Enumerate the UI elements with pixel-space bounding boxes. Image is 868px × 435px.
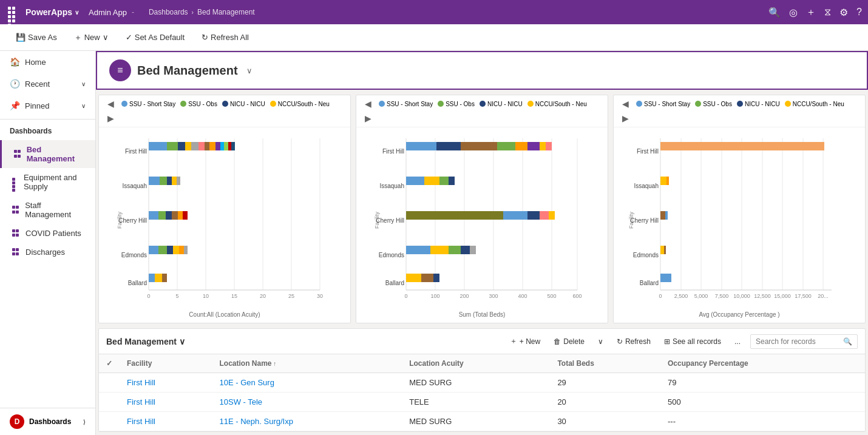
sidebar-item-home[interactable]: 🏠 Home: [0, 51, 95, 73]
trash-icon: 🗑: [554, 337, 561, 346]
page-title-chevron-icon[interactable]: ∨: [246, 66, 253, 75]
svg-rect-17: [191, 142, 198, 150]
svg-text:Issaquah: Issaquah: [122, 183, 147, 189]
add-icon[interactable]: ＋: [806, 6, 816, 19]
recent-icon: 🕐: [10, 79, 20, 89]
user-avatar: D: [10, 414, 24, 429]
new-button[interactable]: ＋ New ∨: [68, 29, 115, 46]
breadcrumb-dashboards[interactable]: Dashboards: [149, 8, 188, 16]
svg-text:17,500: 17,500: [795, 293, 812, 299]
svg-rect-91: [433, 274, 439, 282]
chart-sum-total-beds: ◀ SSU - Short Stay SSU - Obs NICU - NICU: [356, 95, 608, 323]
chart2-prev-button[interactable]: ◀: [362, 99, 374, 109]
help-icon[interactable]: ?: [856, 7, 862, 18]
chart1-prev-button[interactable]: ◀: [105, 99, 117, 109]
th-location-acuity[interactable]: Location Acuity: [402, 354, 550, 373]
waffle-menu[interactable]: [6, 5, 21, 19]
table-new-button[interactable]: ＋ + New: [506, 334, 544, 349]
svg-rect-70: [497, 142, 515, 150]
svg-rect-116: [660, 177, 666, 185]
svg-rect-28: [167, 177, 172, 185]
sidebar-bottom-dashboards[interactable]: D Dashboards ⟩: [0, 408, 95, 435]
save-icon: 💾: [16, 33, 25, 42]
chart2-next-button[interactable]: ▶: [362, 113, 374, 123]
sidebar-item-discharges[interactable]: Discharges: [0, 243, 95, 261]
svg-rect-44: [155, 274, 162, 282]
table-see-all-button[interactable]: ⊞ See all records: [660, 335, 725, 348]
set-as-default-button[interactable]: ✓ Set As Default: [120, 30, 191, 45]
table-title[interactable]: Bed Management ∨: [106, 337, 185, 346]
svg-text:300: 300: [489, 293, 498, 299]
th-occupancy-pct[interactable]: Occupancy Percentage: [660, 354, 865, 373]
sidebar-item-recent[interactable]: 🕐 Recent ∨: [0, 73, 95, 95]
svg-text:Edmonds: Edmonds: [121, 252, 147, 258]
sidebar-item-covid-patients[interactable]: COVID Patients: [0, 224, 95, 243]
table-more-button[interactable]: ...: [731, 335, 744, 348]
legend3-nccu: NCCU/South - Neu: [785, 101, 844, 107]
svg-rect-84: [406, 246, 430, 254]
svg-rect-68: [436, 142, 461, 150]
nav-right: 🔍 ◎ ＋ ⧖ ⚙ ?: [768, 6, 862, 19]
row1-total-beds: 29: [550, 373, 660, 393]
svg-text:15,000: 15,000: [774, 293, 791, 299]
settings-icon[interactable]: ⚙: [839, 7, 848, 18]
refresh-all-button[interactable]: ↻ Refresh All: [195, 30, 255, 45]
row3-location-name[interactable]: 11E - Neph. Surg/Ixp: [212, 412, 402, 431]
svg-text:10: 10: [203, 293, 209, 299]
table-chevron-button[interactable]: ∨: [594, 335, 607, 348]
new-icon: ＋: [74, 32, 82, 43]
legend-dot-ssu-obs: [180, 101, 186, 107]
sidebar-item-staff-management[interactable]: Staff Management: [0, 196, 95, 224]
svg-rect-117: [666, 177, 669, 185]
sidebar-bottom-expand-icon: ⟩: [83, 419, 86, 425]
chart3-body: First Hill Issaquah Cherry Hill Edmonds …: [614, 127, 865, 323]
svg-rect-15: [178, 142, 185, 150]
legend-ssu-obs: SSU - Obs: [180, 101, 217, 107]
search-input[interactable]: [756, 337, 841, 346]
sidebar-item-pinned[interactable]: 📌 Pinned ∨: [0, 95, 95, 116]
pinned-chevron-icon: ∨: [81, 103, 86, 109]
th-total-beds[interactable]: Total Beds: [550, 354, 660, 373]
row2-facility[interactable]: First Hill: [120, 393, 212, 412]
th-location-name[interactable]: Location Name: [212, 354, 402, 373]
th-facility[interactable]: Facility: [120, 354, 212, 373]
row1-facility[interactable]: First Hill: [120, 373, 212, 393]
row3-occupancy-pct: ---: [660, 412, 865, 431]
nav-left: PowerApps ∨ Admin App - Dashboards › Bed…: [6, 5, 764, 19]
row1-occupancy-pct: 79: [660, 373, 865, 393]
th-check[interactable]: ✓: [99, 354, 120, 373]
table-refresh-button[interactable]: ↻ Refresh: [613, 335, 654, 348]
sidebar: 🏠 Home 🕐 Recent ∨ 📌 Pinned ∨ Dashboards …: [0, 51, 96, 435]
row1-location-name[interactable]: 10E - Gen Surg: [212, 373, 402, 393]
svg-text:First Hill: First Hill: [382, 148, 404, 155]
row2-location-name[interactable]: 10SW - Tele: [212, 393, 402, 412]
row3-check: [99, 412, 120, 431]
powerapps-logo[interactable]: PowerApps ∨: [25, 7, 79, 17]
new-chevron-icon: ∨: [103, 33, 109, 42]
table-container: ✓ Facility Location Name Location Acuity…: [99, 354, 865, 431]
svg-rect-20: [209, 142, 215, 150]
svg-rect-69: [461, 142, 497, 150]
filter-icon[interactable]: ⧖: [824, 7, 831, 18]
chart3-prev-button[interactable]: ◀: [620, 99, 631, 109]
svg-rect-21: [215, 142, 220, 150]
page-title: Bed Management: [137, 64, 238, 78]
table-delete-button[interactable]: 🗑 Delete: [550, 335, 588, 348]
chart1-next-button[interactable]: ▶: [105, 113, 117, 123]
svg-rect-35: [178, 211, 183, 220]
save-as-button[interactable]: 💾 Save As: [10, 30, 63, 45]
breadcrumb-bed-management: Bed Management: [197, 8, 255, 16]
target-icon[interactable]: ◎: [789, 7, 798, 18]
sidebar-item-equipment-supply[interactable]: Equipment and Supply: [0, 168, 95, 196]
svg-rect-90: [421, 274, 433, 282]
legend2-nicu: NICU - NICU: [480, 101, 523, 107]
svg-rect-88: [470, 246, 476, 254]
legend-ssu-short-stay: SSU - Short Stay: [121, 101, 175, 107]
row3-facility[interactable]: First Hill: [120, 412, 212, 431]
table-search[interactable]: 🔍: [750, 334, 858, 349]
row3-location-acuity: MED SURG: [402, 412, 550, 431]
chart3-next-button[interactable]: ▶: [620, 113, 631, 123]
search-icon[interactable]: 🔍: [768, 7, 781, 18]
sidebar-item-bed-management[interactable]: Bed Management: [0, 140, 95, 168]
pinned-icon: 📌: [10, 101, 20, 110]
